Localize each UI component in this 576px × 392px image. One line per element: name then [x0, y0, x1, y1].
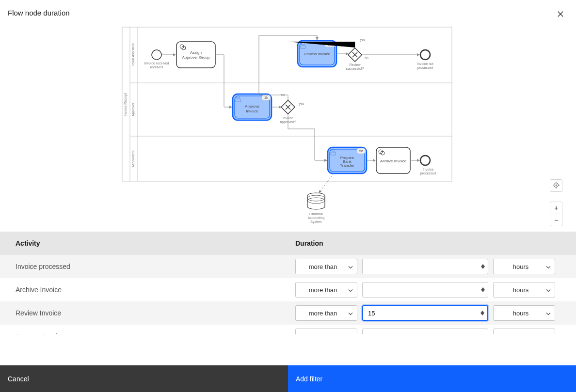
stepper-icon[interactable]	[481, 264, 485, 269]
bpmn-diagram[interactable]: Invoice Receipt Team Assistant Approver …	[0, 22, 576, 232]
svg-point-56	[556, 184, 557, 186]
minus-icon: −	[554, 216, 558, 224]
value-input-wrap	[362, 305, 488, 321]
zoom-out-button[interactable]: −	[550, 214, 562, 226]
operator-select[interactable]: more than	[295, 259, 357, 274]
unit-select[interactable]: hours	[493, 282, 555, 298]
col-activity: Activity	[0, 239, 288, 247]
close-icon	[557, 10, 564, 20]
pool-label: Invoice Receipt	[124, 93, 128, 116]
operator-select[interactable]: more than	[295, 282, 357, 298]
close-button[interactable]	[555, 9, 566, 20]
lane-2-label: Accountant	[131, 150, 135, 167]
svg-text:Invoice: Invoice	[246, 109, 258, 113]
chevron-down-icon	[546, 263, 551, 270]
activity-cell: Approve Invoice	[0, 332, 288, 334]
activity-cell: Invoice processed	[0, 263, 288, 270]
diagram-controls	[550, 179, 562, 192]
chevron-down-icon	[348, 333, 353, 335]
stepper-icon[interactable]	[481, 287, 485, 293]
stepper-icon[interactable]	[481, 333, 485, 334]
value-input[interactable]	[363, 282, 488, 297]
chevron-down-icon	[546, 310, 551, 317]
recenter-button[interactable]	[550, 179, 562, 192]
lane-1-label: Approver	[131, 102, 135, 116]
chevron-down-icon	[546, 333, 551, 335]
chevron-down-icon	[348, 286, 353, 294]
value-input-wrap	[362, 259, 488, 274]
end-event-not-processed[interactable]	[420, 50, 430, 60]
svg-text:Approve: Approve	[245, 104, 259, 109]
operator-select[interactable]: more than	[295, 329, 357, 334]
svg-text:received: received	[150, 65, 163, 69]
svg-text:Invoice received: Invoice received	[144, 62, 169, 65]
zoom-in-button[interactable]: +	[550, 202, 562, 214]
svg-text:System: System	[310, 220, 322, 224]
table-body[interactable]: Invoice processedmore thanhoursArchive I…	[0, 255, 576, 334]
svg-text:Financial: Financial	[309, 212, 323, 216]
svg-text:Assign: Assign	[190, 50, 202, 55]
col-duration: Duration	[288, 239, 576, 247]
value-input[interactable]	[363, 259, 488, 274]
svg-text:Review Invoice: Review Invoice	[304, 52, 330, 56]
dialog-footer: Cancel Add filter	[0, 365, 576, 392]
datastore-financial[interactable]	[307, 193, 325, 209]
value-input[interactable]	[363, 306, 487, 320]
operator-select[interactable]: more than	[295, 305, 357, 321]
svg-text:Transfer: Transfer	[340, 163, 354, 168]
unit-select[interactable]: hours	[493, 329, 555, 334]
svg-text:5h: 5h	[359, 149, 363, 153]
svg-text:no: no	[281, 93, 285, 96]
svg-text:processed: processed	[420, 172, 436, 175]
svg-text:Review: Review	[350, 63, 361, 66]
chevron-down-icon	[348, 310, 353, 317]
table-row: Review Invoicemore thanhours	[0, 301, 576, 325]
table-header: Activity Duration	[0, 232, 576, 255]
task-assign[interactable]	[176, 42, 215, 68]
svg-text:no: no	[365, 56, 368, 60]
duration-table: Activity Duration Invoice processedmore …	[0, 232, 576, 334]
svg-text:Accounting: Accounting	[308, 216, 325, 220]
table-row: Invoice processedmore thanhours	[0, 255, 576, 278]
start-event[interactable]	[152, 50, 161, 60]
table-row: Approve Invoicemore thanhours	[0, 325, 576, 334]
svg-text:successful?: successful?	[346, 67, 364, 70]
svg-text:1h: 1h	[264, 96, 268, 99]
cancel-button[interactable]: Cancel	[0, 365, 288, 392]
stepper-icon[interactable]	[480, 310, 484, 316]
activity-cell: Archive Invoice	[0, 286, 288, 294]
unit-select[interactable]: hours	[493, 305, 555, 321]
svg-text:yes: yes	[299, 102, 304, 106]
lane-0-label: Team Assistant	[131, 43, 135, 66]
flow-node-duration-modal: Flow node duration Invoice Receipt	[0, 0, 576, 392]
end-event-processed[interactable]	[420, 156, 430, 165]
activity-cell: Review Invoice	[0, 309, 288, 317]
chevron-down-icon	[348, 263, 353, 270]
table-row: Archive Invoicemore thanhours	[0, 278, 576, 301]
svg-text:Archive Invoice: Archive Invoice	[380, 159, 407, 163]
dialog-header: Flow node duration	[0, 0, 576, 22]
bpmn-svg: Invoice Receipt Team Assistant Approver …	[118, 22, 458, 232]
svg-text:Invoice: Invoice	[423, 168, 433, 171]
unit-select[interactable]: hours	[493, 259, 555, 274]
svg-text:yes: yes	[360, 38, 366, 42]
svg-text:Invoice not: Invoice not	[417, 62, 433, 65]
plus-icon: +	[554, 204, 558, 212]
value-input-wrap	[362, 282, 488, 298]
add-filter-button[interactable]: Add filter	[288, 365, 576, 392]
svg-text:Approver Group: Approver Group	[182, 55, 210, 60]
chevron-down-icon	[546, 286, 551, 294]
value-input[interactable]	[363, 329, 488, 334]
crosshair-icon	[553, 182, 560, 190]
svg-text:processed: processed	[417, 66, 433, 70]
value-input-wrap	[362, 329, 488, 334]
dialog-title: Flow node duration	[8, 9, 70, 17]
